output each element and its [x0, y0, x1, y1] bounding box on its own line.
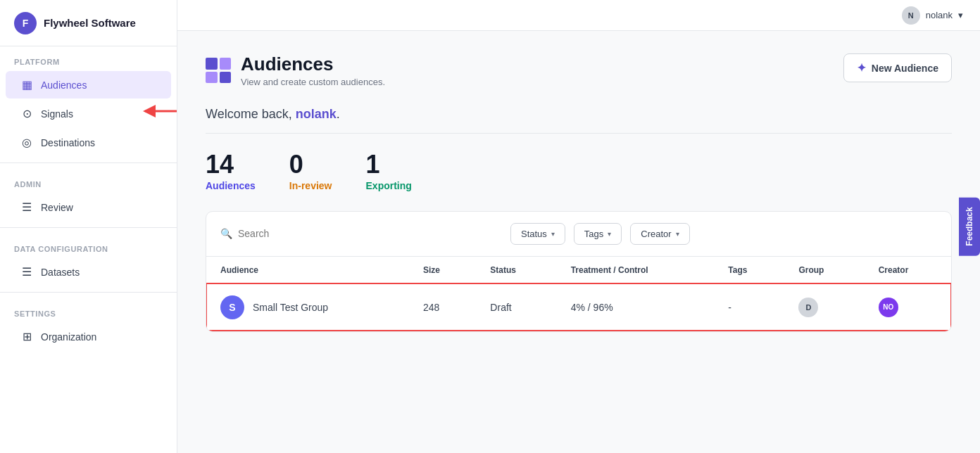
- search-box: 🔍: [220, 228, 502, 239]
- admin-section-label: Admin: [0, 169, 177, 193]
- page-content: Audiences View and create custom audienc…: [177, 31, 980, 453]
- sidebar-item-review[interactable]: ☰ Review: [6, 193, 171, 221]
- stat-audiences-number: 14: [206, 151, 256, 179]
- table-header-row: Audience Size Status Treatment / Control…: [206, 257, 951, 284]
- status-filter-button[interactable]: Status ▾: [510, 223, 565, 245]
- stat-inreview-number: 0: [289, 151, 332, 179]
- sidebar-item-audiences[interactable]: ▦ Audiences: [6, 71, 171, 98]
- tags-filter-button[interactable]: Tags ▾: [574, 223, 622, 245]
- audiences-table: Audience Size Status Treatment / Control…: [206, 257, 951, 331]
- status-filter-label: Status: [521, 229, 547, 239]
- table-toolbar: 🔍 Status ▾ Tags ▾ Creator ▾: [206, 212, 951, 257]
- welcome-prefix: Welcome back,: [206, 107, 296, 121]
- group-avatar: D: [798, 298, 818, 317]
- stat-inreview: 0 In-review: [289, 151, 332, 191]
- col-audience: Audience: [206, 257, 409, 284]
- new-audience-label: New Audience: [872, 63, 938, 74]
- cell-creator: NO: [865, 283, 951, 331]
- topbar: N nolank ▾: [177, 0, 980, 31]
- sidebar-item-signals-label: Signals: [41, 108, 73, 120]
- user-dropdown-arrow: ▾: [958, 10, 963, 20]
- icon-sq-2: [220, 58, 232, 70]
- col-creator: Creator: [865, 257, 951, 284]
- platform-section-label: Platform: [0, 46, 177, 70]
- stat-exporting-label: Exporting: [366, 180, 412, 191]
- settings-section-label: Settings: [0, 298, 177, 322]
- page-header: Audiences View and create custom audienc…: [206, 53, 952, 87]
- stat-exporting: 1 Exporting: [366, 151, 412, 191]
- page-title-area: Audiences View and create custom audienc…: [206, 53, 385, 87]
- page-icon: [206, 58, 231, 83]
- cell-treatment-control: 4% / 96%: [557, 283, 715, 331]
- welcome-username: nolank: [296, 107, 337, 121]
- stat-audiences-label: Audiences: [206, 180, 256, 191]
- col-size: Size: [409, 257, 476, 284]
- tags-filter-label: Tags: [584, 229, 603, 239]
- organization-icon: ⊞: [20, 330, 34, 343]
- signals-icon: ⊙: [20, 107, 34, 120]
- tags-chevron-icon: ▾: [608, 230, 611, 238]
- sidebar-item-destinations-label: Destinations: [41, 137, 95, 148]
- feedback-tab[interactable]: Feedback: [959, 197, 980, 255]
- page-title-group: Audiences View and create custom audienc…: [241, 53, 385, 87]
- stat-inreview-label: In-review: [289, 180, 332, 191]
- app-logo: F Flywheel Software: [0, 0, 177, 46]
- data-config-section-label: Data Configuration: [0, 234, 177, 257]
- sidebar-item-datasets[interactable]: ☰ Datasets: [6, 258, 171, 286]
- icon-sq-1: [206, 58, 218, 70]
- icon-sq-4: [220, 72, 232, 84]
- creator-filter-button[interactable]: Creator ▾: [630, 223, 689, 245]
- col-treatment: Treatment / Control: [557, 257, 715, 284]
- cell-size: 248: [409, 283, 476, 331]
- status-chevron-icon: ▾: [551, 230, 555, 238]
- review-icon: ☰: [20, 200, 34, 214]
- sidebar-item-destinations[interactable]: ◎ Destinations: [6, 129, 171, 156]
- search-icon: 🔍: [220, 228, 232, 239]
- stat-exporting-number: 1: [366, 151, 412, 179]
- welcome-message: Welcome back, nolank.: [206, 107, 952, 134]
- destinations-icon: ◎: [20, 136, 34, 149]
- cell-status: Draft: [476, 283, 556, 331]
- stats-row: 14 Audiences 0 In-review 1 Exporting: [206, 151, 952, 191]
- col-group: Group: [784, 257, 864, 284]
- creator-chevron-icon: ▾: [676, 230, 679, 238]
- sidebar-item-audiences-label: Audiences: [41, 79, 87, 91]
- audiences-table-card: 🔍 Status ▾ Tags ▾ Creator ▾: [206, 211, 952, 332]
- cell-tags: -: [714, 283, 784, 331]
- sidebar-item-organization-label: Organization: [41, 331, 96, 343]
- sidebar-item-organization[interactable]: ⊞ Organization: [6, 323, 171, 350]
- cell-group: D: [784, 283, 864, 331]
- col-tags: Tags: [714, 257, 784, 284]
- sidebar-item-review-label: Review: [41, 202, 73, 213]
- creator-avatar: NO: [879, 298, 898, 317]
- username-label: nolank: [926, 10, 953, 20]
- sidebar-item-datasets-label: Datasets: [41, 267, 80, 278]
- col-status: Status: [476, 257, 556, 284]
- datasets-icon: ☰: [20, 265, 34, 279]
- user-avatar: N: [902, 6, 920, 25]
- page-title: Audiences: [241, 53, 385, 75]
- icon-sq-3: [206, 72, 218, 84]
- main-area: N nolank ▾ Audiences View and create cus…: [177, 0, 980, 453]
- sparkle-icon: ✦: [857, 61, 866, 75]
- new-audience-button[interactable]: ✦ New Audience: [843, 53, 952, 82]
- cell-audience-name: S Small Test Group: [206, 283, 409, 331]
- search-input[interactable]: [238, 228, 502, 239]
- page-subtitle: View and create custom audiences.: [241, 77, 385, 87]
- user-menu[interactable]: N nolank ▾: [902, 6, 963, 25]
- app-name: Flywheel Software: [44, 17, 136, 29]
- sidebar-item-signals[interactable]: ⊙ Signals: [6, 100, 171, 127]
- audience-name: Small Test Group: [253, 302, 328, 313]
- creator-filter-label: Creator: [641, 229, 671, 239]
- logo-icon: F: [14, 12, 37, 34]
- audience-avatar: S: [220, 295, 244, 319]
- sidebar: F Flywheel Software Platform ▦ Audiences…: [0, 0, 177, 453]
- table-row[interactable]: S Small Test Group 248 Draft 4% / 96% - …: [206, 283, 951, 331]
- welcome-suffix: .: [337, 107, 340, 121]
- audiences-icon: ▦: [20, 78, 34, 91]
- stat-audiences: 14 Audiences: [206, 151, 256, 191]
